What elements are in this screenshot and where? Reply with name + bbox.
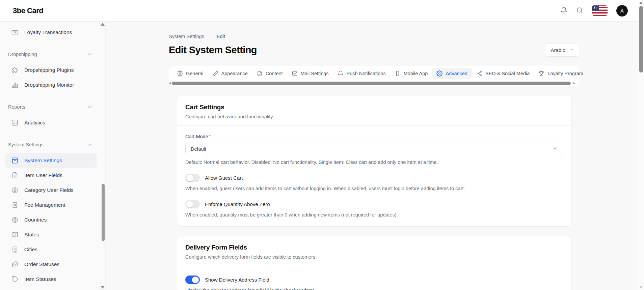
tabs-horizontal-scrollbar — [169, 81, 580, 86]
sidebar-item-category-user-fields[interactable]: Category User Fields — [0, 183, 100, 198]
toggle-help: When enabled, quantity must be greater t… — [185, 212, 563, 218]
language-selector-value: Arabic — [551, 47, 565, 53]
tab-push-notifications[interactable]: Push Notifications — [333, 68, 390, 79]
tab-appearance[interactable]: Appearance — [208, 68, 252, 79]
archive-icon — [11, 157, 19, 164]
clipboard-check-icon — [11, 261, 19, 268]
settings-tabs: GeneralAppearanceContentMail SettingsPus… — [169, 66, 580, 81]
tab-content[interactable]: Content — [252, 68, 287, 79]
sidebar-item-loyalty-transactions[interactable]: Loyalty Transactions — [0, 25, 100, 40]
toggle-row-enforce-quantity-above-zero: Enforce Quantity Above Zero — [185, 200, 563, 208]
sidebar-item-label: Loyalty Transactions — [24, 29, 72, 35]
page-scrollbar[interactable] — [638, 0, 644, 290]
breadcrumb-parent[interactable]: System Settings — [169, 34, 204, 39]
sidebar-scroll-up-arrow[interactable] — [101, 23, 105, 26]
search-button[interactable] — [576, 7, 583, 15]
top-header: 3be Card A — [0, 0, 644, 22]
brush-icon — [212, 70, 218, 77]
trophy-icon — [538, 70, 544, 77]
toggle-help: When enabled, guest users can add items … — [185, 186, 563, 191]
delivery-form-toggles: Show Delivery Address FieldDisplay the d… — [185, 276, 563, 290]
notifications-button[interactable] — [560, 7, 567, 15]
toggle-label: Allow Guest Cart — [205, 175, 243, 181]
tab-mail-settings[interactable]: Mail Settings — [287, 68, 333, 79]
cart-settings-subtitle: Configure cart behavior and functionalit… — [185, 114, 563, 119]
cart-mode-select[interactable]: Default — [185, 143, 563, 155]
puzzle-icon — [11, 66, 19, 74]
toggle-block-enforce-quantity-above-zero: Enforce Quantity Above ZeroWhen enabled,… — [185, 200, 563, 218]
tab-label: Advanced — [446, 71, 467, 76]
sidebar-item-label: Item Statuses — [24, 276, 56, 282]
file-text-icon — [11, 172, 19, 179]
tab-label: Mail Settings — [301, 71, 329, 76]
cart-settings-card: Cart Settings Configure cart behavior an… — [177, 96, 572, 227]
sidebar-item-countries[interactable]: Countries — [0, 212, 100, 227]
sidebar-item-item-user-fields[interactable]: Item User Fields — [0, 168, 100, 183]
cart-mode-selected-value: Default — [191, 146, 206, 152]
sidebar-item-item-statuses[interactable]: Item Statuses — [0, 272, 100, 287]
sidebar-item-system-settings[interactable]: System Settings — [5, 153, 97, 168]
tabs-scrollbar-thumb[interactable] — [172, 82, 571, 85]
show-delivery-address-field-toggle[interactable] — [185, 276, 200, 284]
file-icon — [257, 70, 263, 77]
tab-label: Loyalty Program — [547, 71, 583, 76]
cart-mode-help: Default: Normal cart behavior. Disabled:… — [185, 160, 563, 165]
search-icon — [576, 7, 583, 15]
tab-general[interactable]: General — [172, 68, 208, 79]
sidebar-item-label: Countries — [24, 217, 47, 223]
tab-label: SEO & Social Media — [485, 71, 530, 76]
page-scroll-down-arrow[interactable] — [639, 286, 643, 288]
tabs-scroll-right-arrow[interactable] — [573, 82, 575, 85]
sidebar-section-label: Reports — [8, 104, 25, 110]
sidebar-item-analytics[interactable]: Analytics — [0, 115, 100, 130]
sidebar-item-label: Dropshipping Monitor — [24, 82, 74, 88]
language-flag-button[interactable] — [592, 5, 608, 16]
sidebar: Loyalty TransactionsDropshippingDropship… — [0, 22, 106, 290]
delivery-form-subtitle: Configure which delivery form fields are… — [185, 254, 563, 260]
breadcrumb-current: Edit — [217, 34, 225, 39]
mail-icon — [292, 70, 298, 77]
sidebar-scroll-down-arrow[interactable] — [101, 286, 105, 289]
main-content: System Settings Edit Edit System Setting… — [106, 22, 644, 290]
toggle-label: Show Delivery Address Field — [205, 277, 269, 283]
sidebar-section-reports[interactable]: Reports — [0, 102, 105, 112]
share-icon — [476, 70, 482, 77]
toggle-label: Enforce Quantity Above Zero — [205, 201, 270, 207]
sidebar-section-dropshipping[interactable]: Dropshipping — [0, 49, 105, 59]
delivery-form-title: Delivery Form Fields — [185, 244, 563, 251]
tab-loyalty-program[interactable]: Loyalty Program — [534, 68, 588, 79]
sidebar-item-cities[interactable]: Cities — [0, 242, 100, 257]
map-icon — [11, 231, 19, 238]
tab-advanced[interactable]: Advanced — [432, 68, 472, 79]
smartphone-icon — [395, 70, 401, 77]
sidebar-item-dropshipping-plugins[interactable]: Dropshipping Plugins — [0, 63, 100, 78]
breadcrumb: System Settings Edit — [169, 34, 580, 39]
tab-label: General — [186, 71, 204, 76]
sidebar-section-system-settings[interactable]: System Settings — [0, 140, 105, 150]
page-title: Edit System Setting — [169, 45, 257, 56]
enforce-quantity-above-zero-toggle[interactable] — [185, 200, 200, 208]
allow-guest-cart-toggle[interactable] — [185, 174, 200, 182]
tab-mobile-app[interactable]: Mobile App — [390, 68, 432, 79]
required-asterisk: * — [209, 134, 211, 139]
sidebar-item-label: Fee Management — [24, 202, 65, 208]
toggle-knob — [192, 277, 199, 283]
building-icon — [11, 246, 19, 253]
sidebar-item-states[interactable]: States — [0, 227, 100, 242]
gear-icon — [436, 70, 442, 77]
tab-label: Appearance — [221, 71, 248, 76]
app-logo[interactable]: 3be Card — [13, 6, 43, 15]
page-scroll-up-arrow[interactable] — [639, 2, 643, 4]
tabs-scroll-left-arrow[interactable] — [169, 82, 171, 85]
sidebar-scrollbar-thumb[interactable] — [102, 184, 105, 241]
toggle-block-allow-guest-cart: Allow Guest CartWhen enabled, guest user… — [185, 174, 563, 191]
language-selector[interactable]: Arabic — [545, 43, 580, 57]
tab-seo-social-media[interactable]: SEO & Social Media — [472, 68, 534, 79]
sidebar-item-order-statuses[interactable]: Order Statuses — [0, 257, 100, 272]
sidebar-item-dropshipping-monitor[interactable]: Dropshipping Monitor — [0, 78, 100, 92]
avatar[interactable]: A — [616, 5, 628, 17]
cart-settings-title: Cart Settings — [185, 104, 563, 111]
sidebar-item-label: System Settings — [24, 157, 62, 164]
sidebar-item-fee-management[interactable]: Fee Management — [0, 198, 100, 212]
page-scrollbar-thumb[interactable] — [639, 6, 643, 72]
